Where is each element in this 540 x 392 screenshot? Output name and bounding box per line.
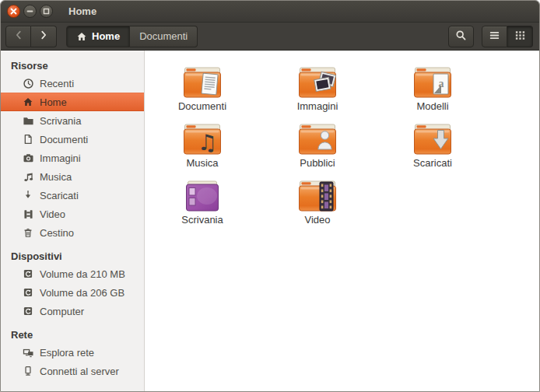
forward-button[interactable] — [31, 26, 57, 47]
grid-view-icon — [514, 30, 526, 44]
folder-downloads — [413, 121, 452, 156]
folder-grid: DocumentiImmaginiaModelli♫MusicaPubblici… — [145, 65, 539, 235]
video-icon — [22, 208, 34, 220]
sidebar-item-label: Computer — [40, 306, 84, 317]
home-icon — [22, 96, 34, 108]
minimize-button[interactable] — [23, 5, 37, 18]
folder-item-immagini[interactable]: Immagini — [260, 65, 375, 121]
sidebar-item-esplora-rete[interactable]: Esplora rete — [1, 343, 144, 362]
sidebar-item-scrivania[interactable]: Scrivania — [1, 111, 144, 130]
folder-item-pubblici[interactable]: Pubblici — [260, 121, 375, 178]
drive-icon — [22, 305, 34, 317]
sidebar-item-label: Cestino — [40, 227, 74, 239]
list-view-icon — [489, 30, 500, 44]
folder-item-scrivania[interactable]: Scrivania — [145, 178, 260, 235]
sidebar-item-volume-da-206-gb[interactable]: Volume da 206 GB — [1, 283, 144, 302]
folder-item-video[interactable]: Video — [260, 178, 375, 235]
folder-item-label: Documenti — [178, 101, 226, 112]
home-icon — [76, 31, 87, 42]
folder-item-label: Immagini — [297, 101, 338, 112]
desktop-icon — [183, 178, 222, 212]
server-icon — [22, 365, 34, 377]
sidebar-item-video[interactable]: Video — [1, 205, 144, 223]
recent-icon — [22, 77, 34, 89]
sidebar-item-documenti[interactable]: Documenti — [1, 130, 144, 149]
sidebar-item-label: Scrivania — [40, 115, 81, 127]
maximize-button[interactable] — [40, 5, 53, 18]
sidebar-item-connetti-al-server[interactable]: Connetti al server — [1, 362, 144, 380]
folder-item-label: Scrivania — [181, 215, 223, 226]
file-manager-window: Home HomeDocumenti RisorseRecentiHomeScr… — [0, 0, 540, 392]
sidebar-item-label: Connetti al server — [40, 366, 119, 377]
sidebar: RisorseRecentiHomeScrivaniaDocumentiImma… — [1, 51, 145, 391]
breadcrumb-label: Home — [92, 30, 120, 42]
sidebar-item-home[interactable]: Home — [1, 93, 144, 111]
window-title: Home — [68, 5, 96, 17]
sidebar-item-label: Musica — [40, 171, 72, 183]
sidebar-item-recenti[interactable]: Recenti — [1, 74, 144, 93]
sidebar-item-volume-da-210-mb[interactable]: Volume da 210 MB — [1, 264, 144, 283]
breadcrumb-label: Documenti — [139, 30, 188, 42]
search-button[interactable] — [448, 26, 474, 47]
trash-icon — [22, 226, 34, 239]
music-icon — [22, 170, 34, 183]
folder-templates: a — [413, 65, 452, 99]
chevron-left-icon — [13, 30, 24, 43]
breadcrumb: HomeDocumenti — [66, 26, 198, 47]
folder-item-documenti[interactable]: Documenti — [145, 65, 260, 121]
folder-documents — [183, 65, 222, 99]
drive-icon — [22, 286, 34, 299]
breadcrumb-documenti[interactable]: Documenti — [130, 26, 198, 47]
document-icon — [22, 133, 34, 145]
search-icon — [455, 30, 467, 44]
breadcrumb-home[interactable]: Home — [66, 26, 130, 47]
close-button[interactable] — [7, 5, 20, 18]
folder-public — [298, 121, 337, 156]
folder-item-scaricati[interactable]: Scaricati — [375, 121, 490, 178]
sidebar-section-dispositivi: Dispositivi — [1, 247, 144, 264]
sidebar-item-label: Documenti — [40, 134, 88, 145]
sidebar-item-musica[interactable]: Musica — [1, 167, 144, 186]
sidebar-item-immagini[interactable]: Immagini — [1, 149, 144, 167]
folder-item-label: Pubblici — [300, 158, 335, 169]
app-body: RisorseRecentiHomeScrivaniaDocumentiImma… — [1, 51, 539, 391]
grid-view-button[interactable] — [507, 26, 533, 47]
svg-text:♫: ♫ — [198, 130, 217, 156]
sidebar-item-label: Volume da 210 MB — [40, 268, 125, 280]
sidebar-section-risorse: Risorse — [1, 57, 144, 74]
sidebar-item-scaricati[interactable]: Scaricati — [1, 186, 144, 205]
sidebar-item-label: Home — [40, 96, 67, 108]
drive-icon — [22, 268, 34, 280]
folder-item-label: Scaricati — [413, 158, 452, 169]
folder-music: ♫ — [183, 121, 222, 156]
minimize-icon — [26, 8, 33, 15]
sidebar-section-rete: Rete — [1, 326, 144, 343]
folder-item-label: Video — [304, 215, 330, 226]
maximize-icon — [43, 8, 50, 15]
content-area: DocumentiImmaginiaModelli♫MusicaPubblici… — [145, 51, 539, 391]
close-icon — [10, 8, 17, 15]
chevron-right-icon — [38, 30, 49, 43]
sidebar-item-label: Scaricati — [40, 190, 79, 201]
history-nav — [5, 26, 57, 47]
sidebar-item-cestino[interactable]: Cestino — [1, 223, 144, 242]
folder-item-musica[interactable]: ♫Musica — [145, 121, 260, 178]
sidebar-item-label: Immagini — [40, 152, 81, 164]
sidebar-item-label: Esplora rete — [40, 347, 94, 359]
list-view-button[interactable] — [482, 26, 507, 47]
camera-icon — [22, 152, 34, 164]
sidebar-item-label: Video — [40, 208, 65, 220]
sidebar-item-label: Volume da 206 GB — [40, 287, 124, 299]
toolbar: HomeDocumenti — [1, 23, 539, 51]
view-toggle — [482, 26, 533, 47]
sidebar-item-label: Recenti — [40, 78, 74, 89]
folder-images — [298, 65, 337, 99]
desktop-icon — [22, 114, 34, 127]
back-button[interactable] — [5, 26, 31, 47]
folder-item-label: Musica — [186, 158, 218, 169]
folder-item-label: Modelli — [416, 101, 448, 112]
folder-video — [298, 178, 337, 212]
sidebar-item-computer[interactable]: Computer — [1, 302, 144, 320]
titlebar: Home — [1, 1, 539, 23]
folder-item-modelli[interactable]: aModelli — [375, 65, 490, 121]
